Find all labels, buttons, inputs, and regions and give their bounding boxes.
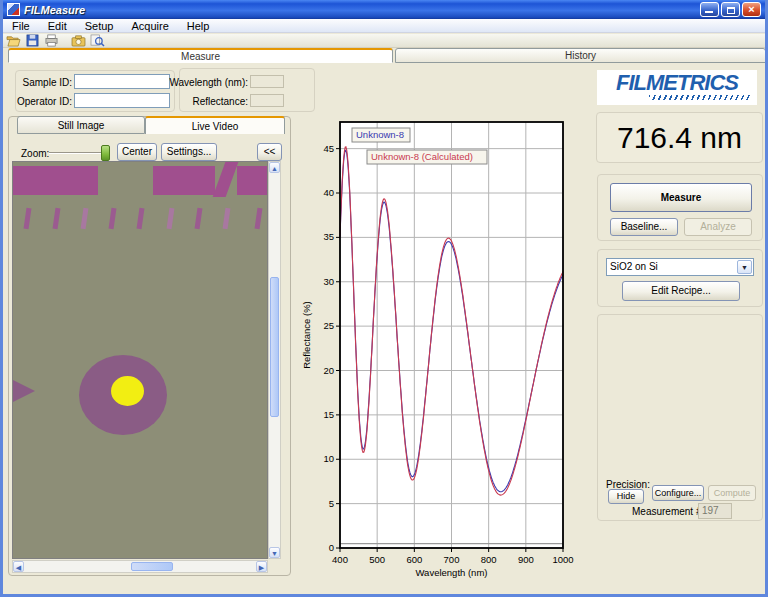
wavelength-field xyxy=(250,75,284,88)
spectrum-chart: 4005006007008009001000051015202530354045… xyxy=(298,113,583,585)
brand-logo: FILMETRICS xyxy=(597,70,757,105)
hide-button[interactable]: Hide xyxy=(608,489,644,504)
svg-text:Reflectance (%): Reflectance (%) xyxy=(301,301,312,369)
svg-text:800: 800 xyxy=(481,554,497,565)
compute-button[interactable]: Compute xyxy=(708,485,756,501)
tab-still-image[interactable]: Still Image xyxy=(17,116,145,134)
zoom-slider-groove xyxy=(49,152,109,154)
minimize-button[interactable] xyxy=(700,2,719,17)
svg-text:0: 0 xyxy=(329,542,334,553)
configure-button[interactable]: Configure... xyxy=(652,485,704,501)
toolbar xyxy=(3,34,765,48)
svg-text:400: 400 xyxy=(332,554,348,565)
menu-edit[interactable]: Edit xyxy=(39,19,76,33)
recipe-select-value: SiO2 on Si xyxy=(610,261,658,272)
svg-text:600: 600 xyxy=(406,554,422,565)
tab-history[interactable]: History xyxy=(395,48,766,63)
video-horizontal-scrollbar[interactable]: ◀ ▶ xyxy=(12,560,268,573)
brand-logo-text: FILMETRICS xyxy=(597,72,757,94)
recipe-select[interactable]: SiO2 on Si ▼ xyxy=(606,258,754,276)
cursor-readout-group: Wavelength (nm): Reflectance: xyxy=(179,68,315,112)
sample-id-input[interactable] xyxy=(74,74,170,89)
svg-text:Wavelength (nm): Wavelength (nm) xyxy=(416,567,488,578)
measurement-number-field: 197 xyxy=(698,503,732,519)
svg-text:15: 15 xyxy=(323,409,334,420)
svg-text:20: 20 xyxy=(323,365,334,376)
recipe-group: SiO2 on Si ▼ Edit Recipe... xyxy=(597,249,763,307)
svg-text:25: 25 xyxy=(323,320,334,331)
zoom-label: Zoom: xyxy=(21,148,49,159)
brand-logo-hatch xyxy=(649,95,751,100)
svg-text:Unknown-8 (Calculated): Unknown-8 (Calculated) xyxy=(371,151,473,162)
svg-text:10: 10 xyxy=(323,453,334,464)
collapse-button[interactable]: << xyxy=(257,143,282,161)
snapshot-icon[interactable] xyxy=(71,34,86,47)
tab-live-video[interactable]: Live Video xyxy=(145,116,285,134)
tab-measure[interactable]: Measure xyxy=(8,48,393,63)
scroll-left-arrow[interactable]: ◀ xyxy=(13,561,24,572)
open-file-icon[interactable] xyxy=(6,34,21,47)
measure-button[interactable]: Measure xyxy=(610,183,752,212)
menu-file[interactable]: File xyxy=(3,19,39,33)
menu-help[interactable]: Help xyxy=(178,19,219,33)
results-group: SiO2 = 716.4 nm Goodness of fit = 0.9989… xyxy=(597,314,763,521)
reflectance-field xyxy=(250,94,284,107)
thickness-readout: 716.4 nm xyxy=(597,113,762,162)
app-icon xyxy=(7,3,20,16)
measurement-number-label: Measurement # xyxy=(632,506,701,517)
svg-text:5: 5 xyxy=(329,498,334,509)
measure-group: Measure Baseline... Analyze xyxy=(597,174,763,241)
measurement-spot xyxy=(111,376,144,406)
svg-text:35: 35 xyxy=(323,231,334,242)
close-button[interactable]: × xyxy=(742,2,761,17)
analyze-button[interactable]: Analyze xyxy=(684,218,752,236)
baseline-button[interactable]: Baseline... xyxy=(610,218,678,236)
edit-recipe-button[interactable]: Edit Recipe... xyxy=(622,281,740,301)
menu-setup[interactable]: Setup xyxy=(76,19,123,33)
zoom-icon[interactable] xyxy=(90,34,105,47)
svg-text:45: 45 xyxy=(323,143,334,154)
app-window: FILMeasure × File Edit Setup Acquire Hel… xyxy=(0,0,768,597)
svg-text:40: 40 xyxy=(323,187,334,198)
video-vertical-scrollbar[interactable]: ▲ ▼ xyxy=(268,161,281,559)
scroll-down-arrow[interactable]: ▼ xyxy=(269,547,280,558)
wafer-print-letter xyxy=(13,166,98,195)
svg-text:Unknown-8: Unknown-8 xyxy=(356,129,404,140)
wafer-feature xyxy=(13,380,35,402)
menu-acquire[interactable]: Acquire xyxy=(122,19,177,33)
vertical-scroll-thumb[interactable] xyxy=(270,277,279,417)
horizontal-scroll-thumb[interactable] xyxy=(131,562,173,571)
print-icon[interactable] xyxy=(44,34,59,47)
svg-text:1000: 1000 xyxy=(552,554,573,565)
title-bar[interactable]: FILMeasure × xyxy=(3,0,765,19)
sample-info-group: Sample ID: Operator ID: xyxy=(15,70,175,112)
svg-text:30: 30 xyxy=(323,276,334,287)
main-tab-strip: Measure History xyxy=(3,48,765,63)
thickness-readout-box: 716.4 nm xyxy=(596,112,763,163)
wafer-print-letter xyxy=(237,166,268,195)
svg-text:900: 900 xyxy=(518,554,534,565)
scroll-right-arrow[interactable]: ▶ xyxy=(256,561,267,572)
video-panel: Still Image Live Video Zoom: Center Sett… xyxy=(8,116,291,576)
settings-button[interactable]: Settings... xyxy=(161,143,217,161)
wafer-print-letter xyxy=(153,166,215,195)
live-video-view xyxy=(12,161,268,559)
restore-button[interactable] xyxy=(721,2,740,17)
reflectance-label: Reflectance: xyxy=(192,96,248,107)
svg-text:500: 500 xyxy=(369,554,385,565)
menu-bar: File Edit Setup Acquire Help xyxy=(3,19,765,33)
wavelength-label: Wavelength (nm): xyxy=(169,77,248,88)
operator-id-input[interactable] xyxy=(74,93,170,108)
sample-id-label: Sample ID: xyxy=(23,77,72,88)
window-title: FILMeasure xyxy=(24,4,85,16)
zoom-slider-thumb[interactable] xyxy=(101,145,110,161)
chevron-down-icon[interactable]: ▼ xyxy=(737,260,752,274)
scroll-up-arrow[interactable]: ▲ xyxy=(269,162,280,173)
save-icon[interactable] xyxy=(25,34,40,47)
center-button[interactable]: Center xyxy=(117,143,157,161)
operator-id-label: Operator ID: xyxy=(17,96,72,107)
wafer-print-letter xyxy=(213,162,239,197)
svg-text:700: 700 xyxy=(444,554,460,565)
